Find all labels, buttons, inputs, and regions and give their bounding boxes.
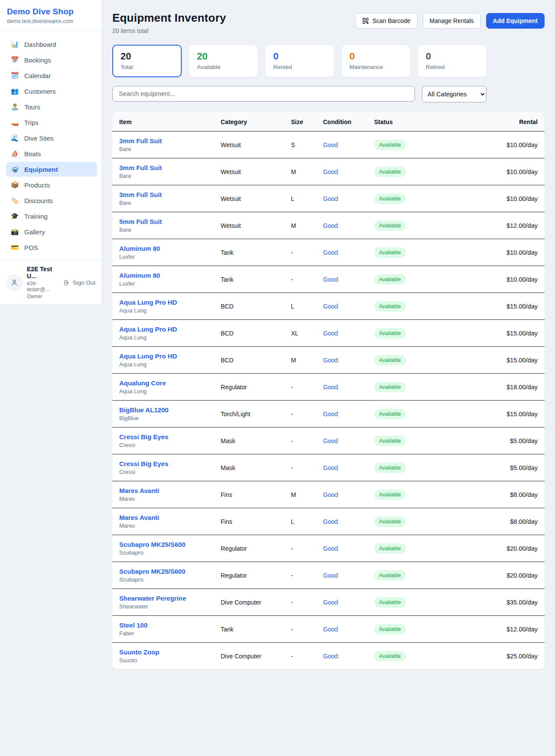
condition-link[interactable]: Good	[323, 518, 338, 525]
condition-link[interactable]: Good	[323, 437, 338, 444]
condition-link[interactable]: Good	[323, 222, 338, 229]
item-link[interactable]: Cressi Big Eyes	[119, 433, 168, 440]
item-brand: Aqua Lung	[119, 361, 221, 368]
table-row[interactable]: Shearwater Peregrine Shearwater Dive Com…	[112, 589, 545, 616]
user-box: E2E Test U... e2e-tester@... Owner Sign …	[0, 260, 101, 305]
condition-link[interactable]: Good	[323, 357, 338, 364]
condition-link[interactable]: Good	[323, 141, 338, 148]
sidebar-item-dashboard[interactable]: 📊 Dashboard	[6, 37, 97, 52]
stat-card-available[interactable]: 20 Available	[189, 45, 258, 77]
item-link[interactable]: Shearwater Peregrine	[119, 595, 186, 602]
condition-link[interactable]: Good	[323, 303, 338, 310]
item-link[interactable]: Scubapro MK25/S600	[119, 541, 186, 548]
condition-link[interactable]: Good	[323, 599, 338, 606]
condition-link[interactable]: Good	[323, 168, 338, 175]
condition-link[interactable]: Good	[323, 195, 338, 202]
condition-link[interactable]: Good	[323, 653, 338, 660]
condition-link[interactable]: Good	[323, 384, 338, 391]
condition-link[interactable]: Good	[323, 330, 338, 337]
sidebar-item-equipment[interactable]: 🤿 Equipment	[6, 162, 97, 177]
table-row[interactable]: Aqualung Core Aqua Lung Regulator - Good…	[112, 374, 545, 401]
table-row[interactable]: 3mm Full Suit Bare Wetsuit L Good Availa…	[112, 185, 545, 212]
condition-link[interactable]: Good	[323, 626, 338, 633]
sidebar-item-discounts[interactable]: 🏷️ Discounts	[6, 193, 97, 208]
sidebar-item-gallery[interactable]: 📸 Gallery	[6, 224, 97, 239]
nav-label: POS	[24, 244, 38, 251]
item-link[interactable]: Scubapro MK25/S600	[119, 568, 186, 575]
item-link[interactable]: 3mm Full Suit	[119, 191, 162, 198]
condition-link[interactable]: Good	[323, 249, 338, 256]
scan-barcode-button[interactable]: Scan Barcode	[355, 13, 418, 29]
stat-card-rented[interactable]: 0 Rented	[265, 45, 334, 77]
item-size: L	[291, 293, 323, 320]
item-link[interactable]: 3mm Full Suit	[119, 137, 162, 145]
table-row[interactable]: Aluminum 80 Luxfer Tank - Good Available…	[112, 239, 545, 266]
table-row[interactable]: Mares Avanti Mares Fins L Good Available…	[112, 508, 545, 535]
rental-rate: $18.00/day	[440, 374, 545, 401]
status-badge: Available	[374, 355, 406, 365]
table-row[interactable]: Mares Avanti Mares Fins M Good Available…	[112, 481, 545, 508]
avatar	[6, 274, 23, 291]
item-link[interactable]: Suunto Zoop	[119, 648, 159, 656]
item-link[interactable]: BigBlue AL1200	[119, 406, 169, 414]
table-row[interactable]: Steel 100 Faber Tank - Good Available $1…	[112, 616, 545, 643]
condition-link[interactable]: Good	[323, 464, 338, 471]
item-link[interactable]: Mares Avanti	[119, 514, 159, 521]
item-link[interactable]: Mares Avanti	[119, 487, 159, 494]
table-row[interactable]: Aqua Lung Pro HD Aqua Lung BCD M Good Av…	[112, 347, 545, 374]
sidebar-item-customers[interactable]: 👥 Customers	[6, 84, 97, 99]
table-row[interactable]: Suunto Zoop Suunto Dive Computer - Good …	[112, 643, 545, 670]
sidebar-item-calendar[interactable]: 🗓️ Calendar	[6, 68, 97, 83]
status-badge: Available	[374, 274, 406, 285]
sidebar-item-tours[interactable]: 🏝️ Tours	[6, 99, 97, 114]
category-select[interactable]: All Categories	[422, 86, 486, 102]
rental-rate: $10.00/day	[440, 185, 545, 212]
item-category: Wetsuit	[221, 158, 291, 185]
table-row[interactable]: Scubapro MK25/S600 Scubapro Regulator - …	[112, 535, 545, 562]
condition-link[interactable]: Good	[323, 545, 338, 552]
rental-rate: $15.00/day	[440, 293, 545, 320]
item-link[interactable]: Aluminum 80	[119, 272, 160, 279]
sidebar-item-training[interactable]: 🎓 Training	[6, 209, 97, 224]
logout-icon	[63, 279, 70, 286]
item-link[interactable]: Aluminum 80	[119, 245, 160, 252]
table-row[interactable]: Aqua Lung Pro HD Aqua Lung BCD XL Good A…	[112, 320, 545, 347]
stat-card-total[interactable]: 20 Total	[112, 45, 182, 77]
sidebar-item-products[interactable]: 📦 Products	[6, 177, 97, 192]
item-link[interactable]: Aqua Lung Pro HD	[119, 352, 177, 360]
condition-link[interactable]: Good	[323, 276, 338, 283]
table-row[interactable]: Aqua Lung Pro HD Aqua Lung BCD L Good Av…	[112, 293, 545, 320]
sidebar-item-dive-sites[interactable]: 🌊 Dive Sites	[6, 131, 97, 145]
table-row[interactable]: 3mm Full Suit Bare Wetsuit M Good Availa…	[112, 158, 545, 185]
stat-card-maintenance[interactable]: 0 Maintenance	[341, 45, 411, 77]
table-row[interactable]: 5mm Full Suit Bare Wetsuit M Good Availa…	[112, 212, 545, 239]
condition-link[interactable]: Good	[323, 572, 338, 579]
stat-card-retired[interactable]: 0 Retired	[418, 45, 487, 77]
item-link[interactable]: Aqualung Core	[119, 379, 166, 387]
table-row[interactable]: Aluminum 80 Luxfer Tank - Good Available…	[112, 266, 545, 293]
sidebar-item-bookings[interactable]: 📅 Bookings	[6, 53, 97, 67]
status-badge: Available	[374, 301, 406, 312]
table-row[interactable]: Scubapro MK25/S600 Scubapro Regulator - …	[112, 562, 545, 589]
item-link[interactable]: Cressi Big Eyes	[119, 460, 168, 467]
table-row[interactable]: Cressi Big Eyes Cressi Mask - Good Avail…	[112, 454, 545, 481]
item-link[interactable]: 5mm Full Suit	[119, 218, 162, 225]
item-brand: Cressi	[119, 469, 221, 475]
sidebar-item-pos[interactable]: 💳 POS	[6, 240, 97, 255]
item-category: Mask	[221, 427, 291, 454]
table-row[interactable]: 3mm Full Suit Bare Wetsuit S Good Availa…	[112, 131, 545, 158]
sidebar-item-boats[interactable]: ⛵ Boats	[6, 146, 97, 161]
condition-link[interactable]: Good	[323, 491, 338, 498]
add-equipment-button[interactable]: Add Equipment	[486, 13, 545, 29]
condition-link[interactable]: Good	[323, 411, 338, 417]
item-link[interactable]: 3mm Full Suit	[119, 164, 162, 171]
manage-rentals-button[interactable]: Manage Rentals	[423, 13, 481, 29]
item-link[interactable]: Aqua Lung Pro HD	[119, 299, 177, 306]
item-link[interactable]: Steel 100	[119, 621, 147, 629]
table-row[interactable]: BigBlue AL1200 BigBlue Torch/Light - Goo…	[112, 401, 545, 427]
item-link[interactable]: Aqua Lung Pro HD	[119, 325, 177, 333]
sidebar-item-trips[interactable]: 🚤 Trips	[6, 115, 97, 130]
table-row[interactable]: Cressi Big Eyes Cressi Mask - Good Avail…	[112, 427, 545, 454]
search-input[interactable]	[112, 86, 415, 102]
sign-out-button[interactable]: Sign Out	[63, 279, 95, 286]
